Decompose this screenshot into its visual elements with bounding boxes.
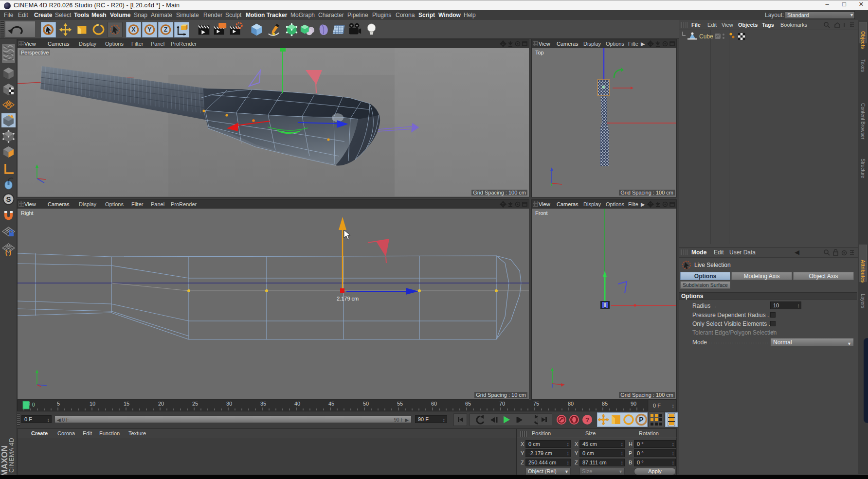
svg-text:20: 20	[158, 401, 164, 407]
svg-text:S: S	[6, 195, 11, 203]
svg-text:45: 45	[328, 401, 334, 407]
svg-text:70: 70	[499, 401, 505, 407]
svg-text:65: 65	[465, 401, 471, 407]
svg-text:85: 85	[602, 401, 608, 407]
svg-text:55: 55	[397, 401, 403, 407]
svg-text:Cube: Cube	[699, 33, 713, 40]
svg-text:2.179 cm: 2.179 cm	[337, 296, 359, 302]
svg-text:Y: Y	[147, 26, 152, 33]
svg-text:50: 50	[363, 401, 369, 407]
svg-text:25: 25	[192, 401, 198, 407]
svg-text:35: 35	[260, 401, 266, 407]
svg-text:75: 75	[533, 401, 539, 407]
svg-text:( ): ( )	[5, 248, 11, 256]
svg-text:10: 10	[90, 401, 95, 407]
svg-text:0: 0	[32, 402, 35, 408]
svg-text:80: 80	[568, 401, 574, 407]
svg-text:?: ?	[585, 416, 589, 424]
svg-text:X: X	[131, 26, 136, 33]
svg-text:15: 15	[124, 401, 129, 407]
svg-text:5: 5	[57, 401, 60, 407]
svg-text:P: P	[639, 416, 643, 424]
svg-text:30: 30	[226, 401, 232, 407]
svg-text:Z: Z	[164, 26, 168, 33]
svg-text:40: 40	[294, 401, 300, 407]
svg-text:90: 90	[631, 401, 636, 407]
svg-text:60: 60	[431, 401, 437, 407]
